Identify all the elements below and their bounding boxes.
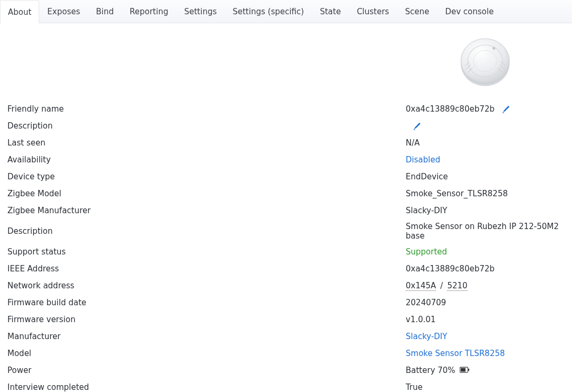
value-model[interactable]: Smoke Sensor TLSR8258 bbox=[406, 346, 565, 361]
label-availability: Availability bbox=[7, 152, 406, 167]
label-device-type: Device type bbox=[7, 169, 406, 184]
tab-label: Bind bbox=[96, 7, 114, 16]
label-zigbee-model: Zigbee Model bbox=[7, 186, 406, 201]
svg-rect-12 bbox=[468, 369, 469, 371]
tab-settings[interactable]: Settings bbox=[176, 0, 225, 23]
value-availability[interactable]: Disabled bbox=[406, 152, 565, 167]
row-manufacturer: Manufacturer Slacky-DIY bbox=[7, 328, 565, 345]
value-manufacturer[interactable]: Slacky-DIY bbox=[406, 329, 565, 344]
row-device-type: Device type EndDevice bbox=[7, 168, 565, 185]
label-firmware-version: Firmware version bbox=[7, 312, 406, 327]
label-support-status: Support status bbox=[7, 244, 406, 259]
label-description-ro: Description bbox=[7, 224, 406, 239]
row-support-status: Support status Supported bbox=[7, 243, 565, 260]
tab-dev-console[interactable]: Dev console bbox=[437, 0, 502, 23]
row-firmware-build-date: Firmware build date 20240709 bbox=[7, 294, 565, 311]
row-description-readonly: Description Smoke Sensor on Rubezh IP 21… bbox=[7, 219, 565, 243]
edit-description-icon[interactable] bbox=[413, 122, 421, 130]
value-zigbee-manufacturer: Slacky-DIY bbox=[406, 203, 565, 218]
value-interview-completed: True bbox=[406, 380, 565, 392]
svg-point-1 bbox=[461, 39, 510, 83]
edit-friendly-name-icon[interactable] bbox=[502, 105, 510, 113]
tab-reporting[interactable]: Reporting bbox=[122, 0, 176, 23]
power-text: Battery 70% bbox=[406, 366, 455, 375]
label-friendly-name: Friendly name bbox=[7, 102, 406, 116]
row-firmware-version: Firmware version v1.0.01 bbox=[7, 311, 565, 328]
svg-rect-13 bbox=[461, 368, 466, 372]
row-last-seen: Last seen N/A bbox=[7, 134, 565, 151]
tab-label: Scene bbox=[405, 7, 430, 16]
about-panel: Friendly name 0xa4c13889c80eb72b Descrip… bbox=[0, 23, 572, 392]
row-description-editable: Description bbox=[7, 117, 565, 134]
tab-settings-specific[interactable]: Settings (specific) bbox=[225, 0, 312, 23]
label-zigbee-manufacturer: Zigbee Manufacturer bbox=[7, 203, 406, 218]
tab-label: Dev console bbox=[445, 7, 494, 16]
tab-label: Exposes bbox=[47, 7, 80, 16]
row-network-address: Network address 0x145A / 5210 bbox=[7, 277, 565, 294]
tab-clusters[interactable]: Clusters bbox=[349, 0, 397, 23]
label-network-address: Network address bbox=[7, 278, 406, 293]
tab-about[interactable]: About bbox=[0, 0, 39, 23]
friendly-name-text: 0xa4c13889c80eb72b bbox=[406, 104, 495, 114]
value-support-status: Supported bbox=[406, 244, 565, 259]
row-zigbee-model: Zigbee Model Smoke_Sensor_TLSR8258 bbox=[7, 185, 565, 202]
row-power: Power Battery 70% bbox=[7, 362, 565, 379]
tab-label: Reporting bbox=[130, 7, 168, 16]
label-model: Model bbox=[7, 346, 406, 361]
label-firmware-build-date: Firmware build date bbox=[7, 295, 406, 310]
row-availability: Availability Disabled bbox=[7, 151, 565, 168]
label-power: Power bbox=[7, 363, 406, 378]
device-image bbox=[456, 33, 514, 91]
row-friendly-name: Friendly name 0xa4c13889c80eb72b bbox=[7, 101, 565, 117]
tab-bind[interactable]: Bind bbox=[88, 0, 122, 23]
row-interview-completed: Interview completed True bbox=[7, 379, 565, 392]
value-power: Battery 70% bbox=[406, 363, 565, 378]
svg-point-10 bbox=[493, 47, 496, 50]
tab-bar: About Exposes Bind Reporting Settings Se… bbox=[0, 0, 572, 23]
value-network-address: 0x145A / 5210 bbox=[406, 278, 565, 294]
device-image-container bbox=[406, 33, 565, 101]
value-description-editable bbox=[406, 120, 565, 133]
row-ieee-address: IEEE Address 0xa4c13889c80eb72b bbox=[7, 260, 565, 277]
value-ieee-address: 0xa4c13889c80eb72b bbox=[406, 261, 565, 276]
value-zigbee-model: Smoke_Sensor_TLSR8258 bbox=[406, 186, 565, 201]
label-manufacturer: Manufacturer bbox=[7, 329, 406, 344]
tab-label: Clusters bbox=[357, 7, 389, 16]
tab-scene[interactable]: Scene bbox=[397, 0, 437, 23]
tab-label: About bbox=[8, 7, 31, 17]
label-description: Description bbox=[7, 118, 406, 133]
network-address-dec[interactable]: 5210 bbox=[447, 281, 467, 291]
tab-state[interactable]: State bbox=[312, 0, 349, 23]
row-zigbee-manufacturer: Zigbee Manufacturer Slacky-DIY bbox=[7, 202, 565, 219]
value-firmware-version: v1.0.01 bbox=[406, 312, 565, 327]
label-ieee-address: IEEE Address bbox=[7, 261, 406, 276]
value-device-type: EndDevice bbox=[406, 169, 565, 184]
value-firmware-build-date: 20240709 bbox=[406, 295, 565, 310]
tab-label: Settings bbox=[184, 7, 217, 16]
network-address-hex[interactable]: 0x145A bbox=[406, 281, 436, 291]
value-last-seen: N/A bbox=[406, 135, 565, 150]
tab-exposes[interactable]: Exposes bbox=[39, 0, 88, 23]
tab-label: Settings (specific) bbox=[233, 7, 304, 16]
battery-icon bbox=[460, 366, 469, 375]
network-address-sep: / bbox=[440, 281, 443, 290]
label-last-seen: Last seen bbox=[7, 135, 406, 150]
tab-label: State bbox=[320, 7, 341, 16]
label-interview-completed: Interview completed bbox=[7, 380, 406, 392]
value-friendly-name: 0xa4c13889c80eb72b bbox=[406, 102, 565, 116]
row-model: Model Smoke Sensor TLSR8258 bbox=[7, 345, 565, 362]
value-description-ro: Smoke Sensor on Rubezh IP 212-50M2 base bbox=[406, 219, 565, 243]
